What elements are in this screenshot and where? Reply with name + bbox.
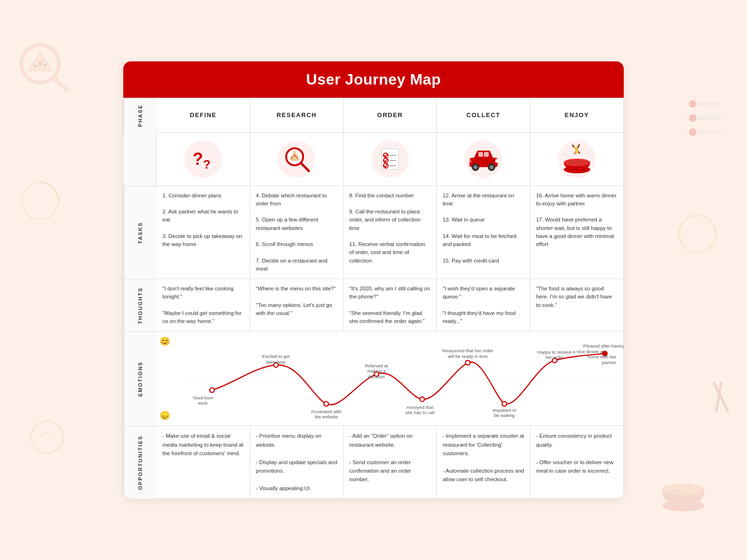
collect-icon-circle — [465, 140, 502, 178]
svg-point-9 — [689, 128, 696, 136]
svg-text:the website: the website — [314, 415, 338, 420]
tasks-row-label: TASKS — [124, 186, 157, 280]
svg-point-3 — [34, 65, 37, 68]
thoughts-row-label: THOUGHTS — [124, 279, 157, 331]
ramen-bowl-icon — [560, 144, 594, 174]
svg-line-1 — [54, 78, 66, 90]
svg-text:be waiting: be waiting — [494, 413, 514, 418]
svg-point-33 — [474, 165, 477, 169]
svg-text:Happy to receive: Happy to receive — [537, 349, 571, 355]
research-icon-circle — [278, 140, 315, 178]
happy-emoji: 😊 — [160, 336, 170, 347]
phase-collect: COLLECT — [437, 98, 530, 133]
svg-text:her order: her order — [545, 355, 564, 360]
svg-point-5 — [689, 100, 696, 108]
thoughts-collect: "I wish they'd open a separate queue." "… — [437, 279, 530, 331]
svg-point-44 — [210, 388, 214, 393]
header: User Journey Map — [123, 61, 624, 98]
svg-line-18 — [301, 163, 309, 171]
svg-point-49 — [466, 361, 470, 365]
svg-text:partner: partner — [602, 360, 617, 365]
svg-text:?: ? — [193, 149, 203, 169]
svg-point-4 — [43, 64, 46, 67]
svg-text:Annoyed that: Annoyed that — [407, 405, 433, 410]
svg-text:decision: decision — [368, 374, 385, 379]
svg-text:Tired from: Tired from — [193, 395, 213, 400]
svg-text:Pleased after having: Pleased after having — [583, 344, 624, 349]
svg-text:a nice dinner at: a nice dinner at — [573, 349, 604, 354]
question-marks-icon: ? ? — [189, 145, 217, 173]
svg-point-21 — [296, 156, 298, 158]
opportunities-enjoy: - Ensure consistency in product quality.… — [530, 426, 624, 499]
emotions-chart: 😊 😞 Tired from — [157, 331, 624, 426]
phase-row-label: PHASE — [124, 98, 157, 133]
opportunities-research: - Prioritise menu display on website. - … — [250, 426, 344, 499]
svg-line-13 — [714, 383, 728, 411]
svg-text:she has to call: she has to call — [405, 410, 434, 416]
phase-research: RESEARCH — [250, 98, 344, 133]
sad-emoji: 😞 — [160, 410, 170, 421]
journey-map-table: PHASE DEFINE RESEARCH ORDER COLLECT ENJO… — [123, 98, 624, 499]
checklist-icon — [376, 145, 404, 173]
phase-order-icon-cell — [344, 133, 437, 186]
emotions-row-label: EMOTIONS — [124, 331, 157, 426]
opportunities-define: - Make use of email & social media marke… — [157, 426, 250, 499]
svg-point-11 — [662, 500, 705, 511]
thoughts-order: "It's 2020, why am I still calling on th… — [344, 279, 437, 331]
thoughts-research: "Where is the menu on this site?" "Too m… — [250, 279, 344, 331]
svg-point-20 — [291, 157, 293, 159]
svg-text:Reassured that her order: Reassured that her order — [442, 348, 493, 353]
phase-define-icon-cell: ? ? — [157, 133, 250, 186]
magnifier-icon — [281, 144, 312, 174]
enjoy-icon-circle — [558, 140, 596, 178]
tasks-collect: 12. Arrive at the restaurant on time 13.… — [437, 186, 530, 280]
opportunities-collect: - Implement a separate counter at restau… — [437, 426, 530, 499]
svg-text:work: work — [198, 401, 208, 406]
svg-text:?: ? — [203, 157, 211, 171]
tasks-order: 8. Find the contact number 9. Call the r… — [344, 186, 437, 280]
svg-rect-36 — [495, 159, 498, 163]
svg-rect-37 — [469, 159, 471, 163]
svg-rect-31 — [484, 152, 489, 157]
svg-text:making a: making a — [367, 369, 386, 374]
svg-text:Impatient to: Impatient to — [492, 407, 516, 413]
opportunities-row-label: OPPORTUNITIES — [124, 426, 157, 499]
svg-point-0 — [21, 45, 59, 83]
car-icon — [467, 146, 500, 172]
svg-point-48 — [420, 397, 424, 402]
svg-point-2 — [38, 62, 42, 66]
define-icon-circle: ? ? — [184, 140, 222, 178]
tasks-define: 1. Consider dinner plans 2. Ask partner … — [157, 186, 250, 280]
svg-point-46 — [324, 402, 329, 407]
svg-text:Excited to get: Excited to get — [262, 354, 290, 359]
phase-enjoy: ENJOY — [530, 98, 624, 133]
svg-text:takeaway: takeaway — [266, 360, 286, 365]
phase-order: ORDER — [344, 98, 437, 133]
page-title: User Journey Map — [133, 71, 614, 88]
svg-text:Relieved at: Relieved at — [365, 363, 388, 368]
thoughts-define: "I don't really feel like cooking tonigh… — [157, 279, 250, 331]
main-card: User Journey Map PHASE DEFINE RESEARCH O… — [123, 61, 624, 499]
svg-line-14 — [716, 383, 721, 411]
tasks-research: 4. Debate which restaurant to order from… — [250, 186, 344, 280]
svg-text:Frustrated with: Frustrated with — [311, 409, 341, 414]
thoughts-enjoy: "The food is always so good here. I'm so… — [530, 279, 624, 331]
svg-point-7 — [689, 114, 696, 122]
svg-rect-30 — [478, 152, 483, 157]
phase-icon-row-label — [124, 133, 157, 186]
svg-point-19 — [293, 155, 296, 157]
phase-collect-icon-cell — [437, 133, 530, 186]
order-icon-circle — [371, 140, 409, 178]
emotions-line-chart: Tired from work Excited to get takeaway … — [171, 336, 619, 421]
svg-point-50 — [502, 402, 507, 407]
svg-text:home with her: home with her — [588, 355, 617, 360]
phase-define: DEFINE — [157, 98, 250, 133]
svg-text:will be ready in time: will be ready in time — [447, 354, 488, 359]
svg-point-42 — [567, 160, 587, 165]
phase-enjoy-icon-cell — [530, 133, 624, 186]
tasks-enjoy: 16. Arrive home with warm dinner to enjo… — [530, 186, 624, 280]
svg-point-12 — [662, 484, 705, 495]
svg-point-35 — [490, 165, 493, 169]
phase-research-icon-cell — [250, 133, 344, 186]
opportunities-order: - Add an "Order" option on restaurant we… — [344, 426, 437, 499]
